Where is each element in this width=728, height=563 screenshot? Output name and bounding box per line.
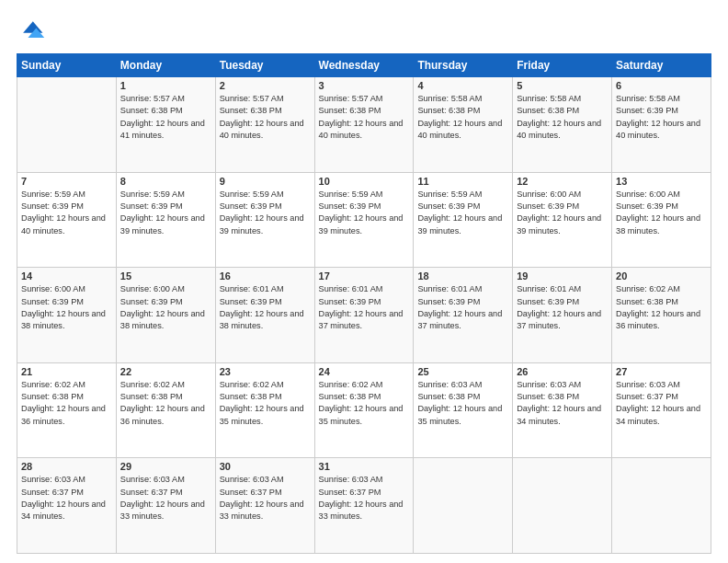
day-number: 2 (220, 80, 311, 91)
svg-marker-0 (23, 21, 42, 32)
calendar-cell: 22Sunrise: 6:02 AMSunset: 6:38 PMDayligh… (116, 362, 215, 458)
daylight-text: Daylight: 12 hours and 36 minutes. (21, 404, 106, 425)
sunset-text: Sunset: 6:39 PM (616, 106, 678, 115)
day-detail: Sunrise: 6:00 AMSunset: 6:39 PMDaylight:… (616, 189, 707, 237)
daylight-text: Daylight: 12 hours and 38 minutes. (120, 309, 205, 330)
sunrise-text: Sunrise: 6:02 AM (120, 380, 185, 389)
day-number: 21 (21, 366, 112, 377)
calendar-cell: 30Sunrise: 6:03 AMSunset: 6:37 PMDayligh… (215, 458, 314, 554)
day-detail: Sunrise: 5:59 AMSunset: 6:39 PMDaylight:… (21, 189, 112, 237)
sunrise-text: Sunrise: 5:57 AM (220, 94, 284, 103)
calendar-cell (414, 458, 513, 554)
daylight-text: Daylight: 12 hours and 35 minutes. (417, 404, 502, 425)
sunrise-text: Sunrise: 5:57 AM (120, 94, 185, 103)
sunrise-text: Sunrise: 6:03 AM (417, 380, 482, 389)
sunset-text: Sunset: 6:38 PM (517, 392, 579, 401)
sunset-text: Sunset: 6:38 PM (220, 106, 282, 115)
daylight-text: Daylight: 12 hours and 40 minutes. (517, 119, 601, 140)
sunset-text: Sunset: 6:37 PM (319, 488, 381, 497)
sunrise-text: Sunrise: 6:01 AM (220, 284, 284, 293)
day-detail: Sunrise: 5:59 AMSunset: 6:39 PMDaylight:… (417, 189, 508, 237)
sunrise-text: Sunrise: 5:59 AM (120, 190, 185, 199)
day-detail: Sunrise: 6:02 AMSunset: 6:38 PMDaylight:… (21, 379, 112, 428)
sunrise-text: Sunrise: 5:59 AM (417, 190, 482, 199)
sunset-text: Sunset: 6:39 PM (21, 201, 84, 211)
sunset-text: Sunset: 6:39 PM (417, 201, 480, 211)
sunrise-text: Sunrise: 6:01 AM (319, 284, 383, 293)
calendar-week-row: 7Sunrise: 5:59 AMSunset: 6:39 PMDaylight… (17, 172, 711, 268)
calendar-cell: 12Sunrise: 6:00 AMSunset: 6:39 PMDayligh… (513, 172, 612, 268)
day-number: 5 (517, 80, 608, 91)
sunset-text: Sunset: 6:39 PM (319, 297, 381, 306)
day-detail: Sunrise: 5:57 AMSunset: 6:38 PMDaylight:… (319, 93, 410, 142)
calendar-week-row: 14Sunrise: 6:00 AMSunset: 6:39 PMDayligh… (17, 268, 711, 363)
sunset-text: Sunset: 6:39 PM (220, 297, 282, 306)
calendar-cell: 1Sunrise: 5:57 AMSunset: 6:38 PMDaylight… (116, 77, 215, 173)
day-number: 30 (220, 461, 311, 472)
day-number: 20 (616, 270, 707, 282)
calendar-cell: 20Sunrise: 6:02 AMSunset: 6:38 PMDayligh… (612, 268, 711, 363)
sunset-text: Sunset: 6:39 PM (616, 201, 678, 211)
day-detail: Sunrise: 6:03 AMSunset: 6:38 PMDaylight:… (517, 379, 608, 428)
calendar-cell (612, 458, 711, 554)
daylight-text: Daylight: 12 hours and 37 minutes. (517, 309, 601, 330)
calendar-cell: 23Sunrise: 6:02 AMSunset: 6:38 PMDayligh… (215, 362, 314, 458)
sunrise-text: Sunrise: 6:00 AM (517, 190, 581, 199)
calendar-cell (513, 458, 612, 554)
col-header-sunday: Sunday (17, 54, 117, 77)
day-detail: Sunrise: 6:01 AMSunset: 6:39 PMDaylight:… (220, 283, 311, 332)
calendar-cell: 9Sunrise: 5:59 AMSunset: 6:39 PMDaylight… (215, 172, 314, 268)
sunrise-text: Sunrise: 6:02 AM (220, 380, 284, 389)
col-header-thursday: Thursday (414, 54, 513, 77)
sunset-text: Sunset: 6:38 PM (319, 106, 381, 115)
daylight-text: Daylight: 12 hours and 36 minutes. (616, 309, 700, 330)
sunrise-text: Sunrise: 6:00 AM (120, 284, 185, 293)
col-header-wednesday: Wednesday (314, 54, 414, 77)
daylight-text: Daylight: 12 hours and 37 minutes. (319, 309, 404, 330)
day-detail: Sunrise: 6:02 AMSunset: 6:38 PMDaylight:… (319, 379, 410, 428)
calendar-cell: 18Sunrise: 6:01 AMSunset: 6:39 PMDayligh… (414, 268, 513, 363)
calendar-cell: 31Sunrise: 6:03 AMSunset: 6:37 PMDayligh… (314, 458, 414, 554)
day-number: 9 (220, 176, 311, 187)
calendar-cell: 8Sunrise: 5:59 AMSunset: 6:39 PMDaylight… (116, 172, 215, 268)
day-detail: Sunrise: 5:58 AMSunset: 6:39 PMDaylight:… (616, 93, 707, 142)
calendar-cell: 10Sunrise: 5:59 AMSunset: 6:39 PMDayligh… (314, 172, 414, 268)
sunset-text: Sunset: 6:39 PM (417, 297, 480, 306)
col-header-friday: Friday (513, 54, 612, 77)
day-number: 29 (120, 461, 211, 472)
sunset-text: Sunset: 6:38 PM (220, 392, 282, 401)
day-number: 28 (21, 461, 112, 472)
daylight-text: Daylight: 12 hours and 39 minutes. (120, 213, 205, 235)
sunrise-text: Sunrise: 6:02 AM (21, 380, 85, 389)
day-detail: Sunrise: 6:00 AMSunset: 6:39 PMDaylight:… (21, 283, 112, 332)
daylight-text: Daylight: 12 hours and 39 minutes. (319, 213, 404, 235)
col-header-saturday: Saturday (612, 54, 711, 77)
day-number: 12 (517, 176, 608, 187)
sunrise-text: Sunrise: 5:58 AM (616, 94, 680, 103)
day-detail: Sunrise: 6:00 AMSunset: 6:39 PMDaylight:… (120, 283, 211, 332)
daylight-text: Daylight: 12 hours and 40 minutes. (220, 119, 304, 140)
calendar-cell: 17Sunrise: 6:01 AMSunset: 6:39 PMDayligh… (314, 268, 414, 363)
sunset-text: Sunset: 6:39 PM (120, 297, 183, 306)
daylight-text: Daylight: 12 hours and 40 minutes. (21, 213, 106, 235)
calendar-cell: 27Sunrise: 6:03 AMSunset: 6:37 PMDayligh… (612, 362, 711, 458)
day-detail: Sunrise: 6:03 AMSunset: 6:37 PMDaylight:… (120, 474, 211, 523)
day-number: 31 (319, 461, 410, 472)
sunrise-text: Sunrise: 6:02 AM (319, 380, 383, 389)
sunrise-text: Sunrise: 5:58 AM (517, 94, 581, 103)
sunrise-text: Sunrise: 6:02 AM (616, 284, 680, 293)
sunset-text: Sunset: 6:38 PM (319, 392, 381, 401)
day-detail: Sunrise: 5:59 AMSunset: 6:39 PMDaylight:… (319, 189, 410, 237)
daylight-text: Daylight: 12 hours and 38 minutes. (220, 309, 304, 330)
sunrise-text: Sunrise: 6:03 AM (220, 475, 284, 484)
day-number: 23 (220, 366, 311, 377)
logo (17, 17, 50, 46)
day-number: 25 (417, 366, 508, 377)
day-detail: Sunrise: 5:58 AMSunset: 6:38 PMDaylight:… (417, 93, 508, 142)
day-number: 24 (319, 366, 410, 377)
day-detail: Sunrise: 6:01 AMSunset: 6:39 PMDaylight:… (517, 283, 608, 332)
day-detail: Sunrise: 6:00 AMSunset: 6:39 PMDaylight:… (517, 189, 608, 237)
page: SundayMondayTuesdayWednesdayThursdayFrid… (0, 0, 728, 563)
daylight-text: Daylight: 12 hours and 33 minutes. (120, 500, 205, 521)
calendar-cell: 13Sunrise: 6:00 AMSunset: 6:39 PMDayligh… (612, 172, 711, 268)
